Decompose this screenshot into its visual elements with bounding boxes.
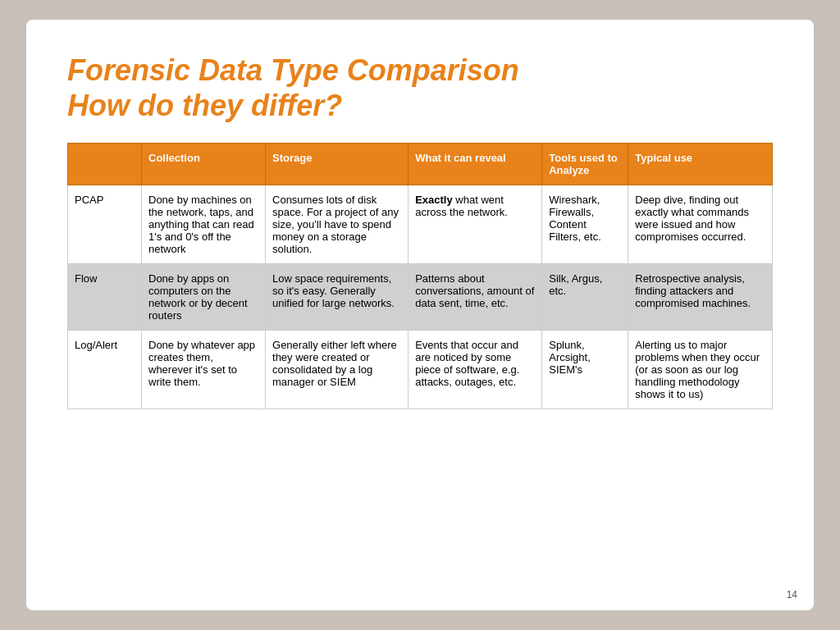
header-storage: Storage: [266, 144, 409, 185]
slide-title: Forensic Data Type Comparison How do the…: [67, 52, 773, 123]
row-storage: Generally either left where they were cr…: [266, 331, 409, 409]
header-reveal: What it can reveal: [409, 144, 542, 185]
header-typical: Typical use: [628, 144, 773, 185]
table-row: PCAPDone by machines on the network, tap…: [68, 185, 773, 264]
table-header-row: Collection Storage What it can reveal To…: [68, 144, 773, 185]
table-row: Log/AlertDone by whatever app creates th…: [68, 331, 773, 409]
row-typical: Deep dive, finding out exactly what comm…: [628, 185, 773, 264]
row-label: PCAP: [68, 185, 142, 264]
row-tools: Wireshark, Firewalls, Content Filters, e…: [542, 185, 628, 264]
header-collection: Collection: [142, 144, 266, 185]
row-tools: Silk, Argus, etc.: [542, 264, 628, 331]
header-tools: Tools used to Analyze: [542, 144, 628, 185]
row-collection: Done by machines on the network, taps, a…: [142, 185, 266, 264]
row-storage: Consumes lots of disk space. For a proje…: [266, 185, 409, 264]
header-col0: [68, 144, 142, 185]
row-typical: Retrospective analysis, finding attacker…: [628, 264, 773, 331]
row-reveal: Events that occur and are noticed by som…: [409, 331, 542, 409]
row-collection: Done by apps on computers on the network…: [142, 264, 266, 331]
row-typical: Alerting us to major problems when they …: [628, 331, 773, 409]
row-collection: Done by whatever app creates them, where…: [142, 331, 266, 409]
table-row: FlowDone by apps on computers on the net…: [68, 264, 773, 331]
row-reveal: Exactly what went across the network.: [409, 185, 542, 264]
comparison-table: Collection Storage What it can reveal To…: [67, 143, 773, 409]
slide: Forensic Data Type Comparison How do the…: [26, 20, 814, 610]
row-label: Log/Alert: [68, 331, 142, 409]
row-tools: Splunk, Arcsight, SIEM's: [542, 331, 628, 409]
row-reveal: Patterns about conversations, amount of …: [409, 264, 542, 331]
row-label: Flow: [68, 264, 142, 331]
page-number: 14: [787, 589, 797, 600]
row-storage: Low space requirements, so it's easy. Ge…: [266, 264, 409, 331]
title-line1: Forensic Data Type Comparison: [67, 53, 519, 87]
title-line2: How do they differ?: [67, 89, 342, 122]
